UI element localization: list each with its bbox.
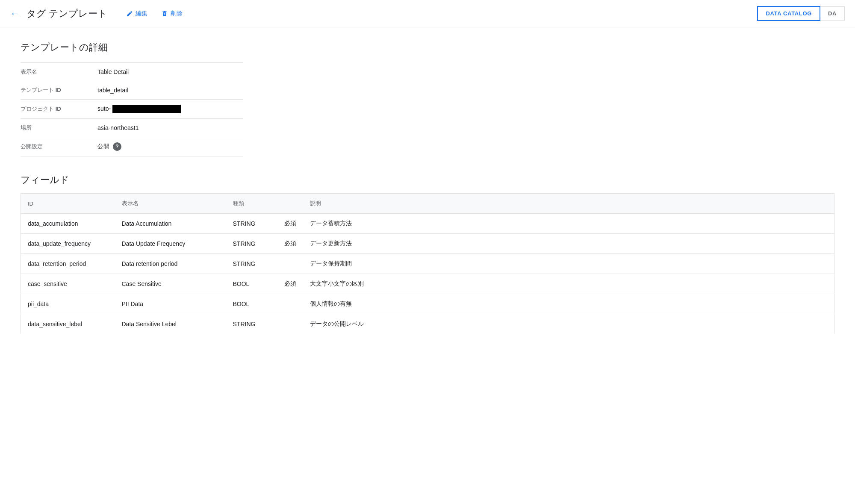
page-title: タグ テンプレート	[27, 7, 107, 20]
table-row: data_accumulationData AccumulationSTRING…	[21, 214, 834, 234]
header-nav: DATA CATALOG DA	[757, 6, 845, 21]
template-details-section: テンプレートの詳細 表示名 Table Detail テンプレート ID tab…	[21, 41, 834, 156]
field-id-cell: data_accumulation	[21, 214, 115, 234]
header: ← タグ テンプレート 編集 削除 DATA CATALOG DA	[0, 0, 855, 27]
field-type-cell: BOOL	[226, 274, 277, 294]
table-row: case_sensitiveCase SensitiveBOOL必須大文字小文字…	[21, 274, 834, 294]
field-description-cell: データ更新方法	[303, 234, 834, 254]
details-table: 表示名 Table Detail テンプレート ID table_detail …	[21, 62, 243, 156]
detail-row-template-id: テンプレート ID table_detail	[21, 81, 243, 100]
col-header-display: 表示名	[115, 194, 226, 214]
delete-icon	[161, 10, 168, 17]
field-type-cell: STRING	[226, 234, 277, 254]
field-description-cell: 個人情報の有無	[303, 294, 834, 314]
detail-value-project-id: suto-	[97, 100, 243, 119]
table-row: data_sensitive_lebelData Sensitive Lebel…	[21, 314, 834, 334]
field-type-cell: BOOL	[226, 294, 277, 314]
fields-table-header-row: ID 表示名 種類 説明	[21, 194, 834, 214]
col-header-type: 種類	[226, 194, 277, 214]
detail-label-template-id: テンプレート ID	[21, 81, 97, 100]
fields-section: フィールド ID 表示名 種類 説明 data_accumulationData…	[21, 174, 834, 334]
field-description-cell: データの公開レベル	[303, 314, 834, 334]
detail-value-display-name: Table Detail	[97, 63, 243, 81]
redacted-project-id	[112, 105, 181, 113]
detail-label-location: 場所	[21, 119, 97, 137]
table-row: data_update_frequencyData Update Frequen…	[21, 234, 834, 254]
field-description-cell: 大文字小文字の区別	[303, 274, 834, 294]
public-setting-value: 公開	[97, 143, 109, 150]
field-id-cell: pii_data	[21, 294, 115, 314]
nav-secondary-button[interactable]: DA	[820, 6, 845, 21]
field-type-cell: STRING	[226, 254, 277, 274]
detail-row-location: 場所 asia-northeast1	[21, 119, 243, 137]
nav-data-catalog-button[interactable]: DATA CATALOG	[757, 6, 820, 21]
edit-icon	[126, 10, 133, 17]
col-header-desc: 説明	[303, 194, 834, 214]
field-display-name-cell: Data retention period	[115, 254, 226, 274]
field-display-name-cell: Data Update Frequency	[115, 234, 226, 254]
field-required-cell: 必須	[277, 274, 303, 294]
detail-label-display-name: 表示名	[21, 63, 97, 81]
col-header-id: ID	[21, 194, 115, 214]
field-required-cell	[277, 314, 303, 334]
field-display-name-cell: Data Accumulation	[115, 214, 226, 234]
field-id-cell: data_sensitive_lebel	[21, 314, 115, 334]
help-icon[interactable]: ?	[113, 142, 121, 151]
table-row: data_retention_periodData retention peri…	[21, 254, 834, 274]
field-type-cell: STRING	[226, 314, 277, 334]
field-display-name-cell: Case Sensitive	[115, 274, 226, 294]
back-arrow-icon: ←	[10, 8, 20, 19]
field-id-cell: case_sensitive	[21, 274, 115, 294]
detail-value-public-setting: 公開 ?	[97, 137, 243, 156]
main-content: テンプレートの詳細 表示名 Table Detail テンプレート ID tab…	[0, 27, 855, 348]
field-required-cell: 必須	[277, 214, 303, 234]
detail-value-template-id: table_detail	[97, 81, 243, 100]
detail-label-project-id: プロジェクト ID	[21, 100, 97, 119]
field-description-cell: データ蓄積方法	[303, 214, 834, 234]
delete-button[interactable]: 削除	[156, 7, 188, 20]
table-row: pii_dataPII DataBOOL個人情報の有無	[21, 294, 834, 314]
fields-section-title: フィールド	[21, 174, 834, 186]
field-display-name-cell: PII Data	[115, 294, 226, 314]
field-type-cell: STRING	[226, 214, 277, 234]
edit-button[interactable]: 編集	[121, 7, 153, 20]
template-details-title: テンプレートの詳細	[21, 41, 834, 54]
detail-label-public-setting: 公開設定	[21, 137, 97, 156]
detail-row-project-id: プロジェクト ID suto-	[21, 100, 243, 119]
detail-row-public-setting: 公開設定 公開 ?	[21, 137, 243, 156]
header-actions: 編集 削除	[121, 7, 188, 20]
back-button[interactable]: ←	[10, 8, 20, 19]
edit-label: 編集	[136, 10, 147, 18]
fields-table: ID 表示名 種類 説明 data_accumulationData Accum…	[21, 193, 834, 334]
field-description-cell: データ保持期間	[303, 254, 834, 274]
field-required-cell	[277, 254, 303, 274]
field-required-cell	[277, 294, 303, 314]
detail-value-location: asia-northeast1	[97, 119, 243, 137]
detail-row-display-name: 表示名 Table Detail	[21, 63, 243, 81]
field-required-cell: 必須	[277, 234, 303, 254]
field-id-cell: data_retention_period	[21, 254, 115, 274]
delete-label: 削除	[171, 10, 183, 18]
field-display-name-cell: Data Sensitive Lebel	[115, 314, 226, 334]
col-header-required	[277, 194, 303, 214]
field-id-cell: data_update_frequency	[21, 234, 115, 254]
